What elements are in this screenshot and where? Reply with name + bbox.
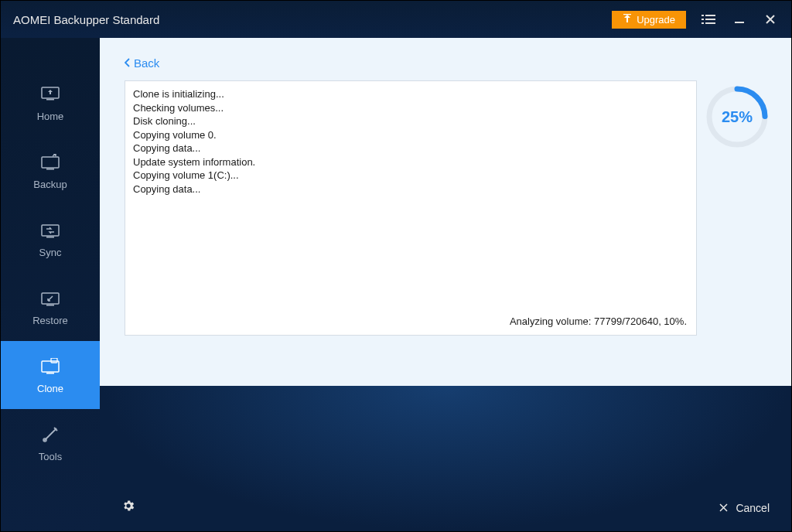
restore-icon [40, 288, 60, 309]
titlebar: AOMEI Backupper Standard Upgrade [1, 1, 791, 38]
svg-rect-3 [702, 19, 704, 20]
minimize-icon[interactable] [731, 11, 748, 28]
close-icon [719, 502, 728, 514]
svg-rect-0 [623, 14, 631, 15]
svg-rect-11 [46, 169, 54, 170]
cancel-label: Cancel [736, 502, 770, 514]
backup-icon [40, 152, 60, 172]
svg-rect-4 [705, 19, 715, 20]
tools-icon [40, 425, 60, 445]
menu-icon[interactable] [700, 11, 717, 28]
status-line: Analyzing volume: 77799/720640, 10%. [510, 315, 687, 329]
svg-rect-18 [51, 358, 57, 363]
chevron-left-icon [125, 56, 131, 70]
close-icon[interactable] [762, 11, 779, 28]
log-line: Copying volume 1(C:)... [133, 169, 688, 182]
titlebar-controls: Upgrade [612, 11, 779, 29]
log-line: Disk cloning... [133, 114, 688, 128]
app-body: Home Backup Sync Restore [1, 38, 791, 531]
svg-rect-13 [46, 237, 54, 238]
upgrade-button[interactable]: Upgrade [612, 11, 686, 29]
app-window: AOMEI Backupper Standard Upgrade [0, 0, 792, 532]
sidebar: Home Backup Sync Restore [1, 38, 100, 531]
sidebar-item-backup[interactable]: Backup [1, 137, 100, 205]
upgrade-icon [623, 14, 632, 26]
svg-rect-17 [46, 373, 54, 374]
progress-percent: 25% [705, 84, 770, 149]
back-label: Back [134, 56, 159, 70]
back-button[interactable]: Back [125, 56, 159, 70]
bottom-bar: Cancel [100, 386, 791, 531]
sidebar-item-sync[interactable]: Sync [1, 205, 100, 273]
log-line: Update system information. [133, 155, 688, 169]
sidebar-item-home[interactable]: Home [1, 69, 100, 137]
sidebar-item-label: Clone [37, 383, 63, 394]
upgrade-label: Upgrade [637, 14, 675, 26]
svg-rect-5 [702, 22, 704, 24]
log-lines: Clone is initializing...Checking volumes… [133, 87, 688, 196]
sidebar-item-label: Sync [39, 247, 62, 258]
svg-rect-10 [42, 157, 59, 168]
svg-rect-6 [705, 22, 715, 24]
log-line: Copying data... [133, 142, 688, 155]
clone-icon [40, 356, 60, 377]
log-line: Checking volumes... [133, 101, 688, 115]
svg-rect-2 [705, 15, 715, 16]
svg-rect-12 [42, 225, 59, 236]
sidebar-item-tools[interactable]: Tools [1, 409, 100, 477]
app-title: AOMEI Backupper Standard [13, 13, 612, 26]
sidebar-item-label: Home [37, 111, 64, 122]
sidebar-item-label: Restore [32, 315, 68, 326]
svg-rect-9 [46, 99, 54, 101]
sidebar-item-label: Tools [39, 451, 62, 462]
progress-ring: 25% [705, 84, 770, 149]
log-line: Copying volume 0. [133, 128, 688, 142]
content-panel: Back 25% Clone is initializing...Checkin… [100, 38, 791, 386]
log-line: Copying data... [133, 182, 688, 196]
sidebar-item-clone[interactable]: Clone [1, 341, 100, 409]
svg-rect-15 [46, 305, 54, 306]
home-icon [40, 84, 60, 104]
sync-icon [40, 220, 60, 240]
settings-button[interactable] [121, 499, 137, 514]
svg-rect-7 [735, 22, 744, 23]
main-area: Back 25% Clone is initializing...Checkin… [100, 38, 791, 531]
sidebar-item-label: Backup [33, 179, 67, 190]
svg-rect-1 [702, 15, 704, 16]
log-line: Clone is initializing... [133, 87, 688, 101]
sidebar-item-restore[interactable]: Restore [1, 273, 100, 341]
cancel-button[interactable]: Cancel [719, 502, 770, 514]
log-box: Clone is initializing...Checking volumes… [125, 80, 697, 336]
